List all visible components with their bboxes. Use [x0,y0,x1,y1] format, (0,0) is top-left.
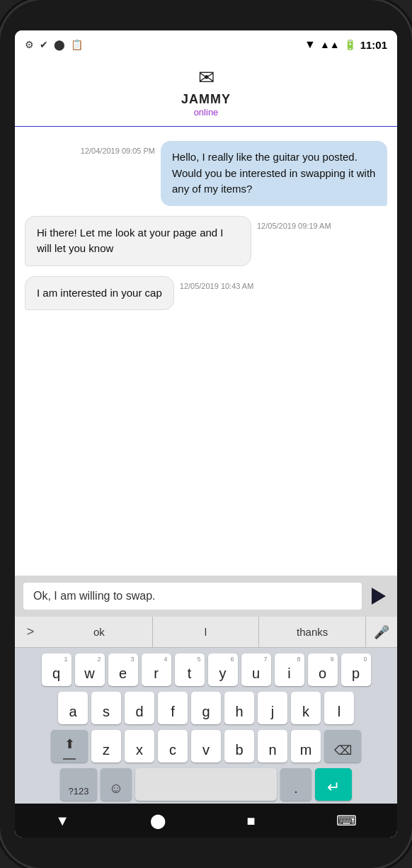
key-w[interactable]: 2w [75,653,105,686]
keyboard-row-4: ?123 ☺ . ↵ [18,768,394,801]
shift-underline [63,758,76,760]
key-j[interactable]: j [258,692,287,724]
message-input[interactable] [23,583,362,610]
key-p[interactable]: 0p [341,653,371,686]
message-bubble-incoming-2: I am interested in your cap [25,276,174,311]
suggestion-thanks[interactable]: thanks [259,617,366,647]
key-a[interactable]: a [58,692,88,724]
message-timestamp: 12/04/2019 09:05 PM [81,147,155,155]
back-nav-icon[interactable]: ▼ [55,813,69,829]
key-x[interactable]: x [125,730,154,763]
messages-area: 12/04/2019 09:05 PM Hello, I really like… [15,127,397,576]
key-l[interactable]: l [324,692,354,724]
key-f[interactable]: f [158,692,188,724]
mail-icon: ✉ [198,66,214,89]
key-z[interactable]: z [91,730,121,763]
keyboard: > ok l thanks 🎤 1q 2w 3e [15,617,397,804]
keyboard-row-1: 1q 2w 3e 4r 5t 6y 7u 8i 9o 0p [18,653,394,686]
battery-icon: 🔋 [344,39,356,50]
backspace-key[interactable]: ⌫ [324,730,361,763]
signal-icon: ▲▲ [320,39,340,50]
keyboard-nav-icon[interactable]: ⌨ [336,812,357,829]
period-key[interactable]: . [280,768,311,801]
emoji-key[interactable]: ☺ [101,768,132,801]
circle-icon: ⬤ [54,39,65,50]
key-s[interactable]: s [91,692,121,724]
keyboard-suggestions: > ok l thanks 🎤 [15,617,397,648]
settings-icon: ⚙ [25,39,34,50]
message-row: Hi there! Let me look at your page and I… [25,216,387,266]
key-m[interactable]: m [291,730,321,763]
status-bar: ⚙ ✔ ⬤ 📋 ▼ ▲▲ 🔋 11:01 [15,30,397,59]
shift-key[interactable]: ⬆ [51,730,88,763]
key-d[interactable]: d [125,692,154,724]
suggestion-ok[interactable]: ok [46,617,153,647]
chat-header: ✉ JAMMY online [15,59,397,127]
home-nav-icon[interactable]: ⬤ [150,812,166,829]
clock: 11:01 [360,39,387,51]
key-o[interactable]: 9o [308,653,338,686]
check-icon: ✔ [40,39,48,50]
send-button[interactable] [369,585,389,607]
message-bubble-incoming: Hi there! Let me look at your page and I… [25,216,251,266]
key-y[interactable]: 6y [208,653,238,686]
key-q[interactable]: 1q [42,653,71,686]
key-h[interactable]: h [224,692,254,724]
message-bubble-outgoing: Hello, I really like the guitar you post… [161,141,387,206]
contact-status: online [194,107,219,118]
space-key[interactable] [135,768,277,801]
key-c[interactable]: c [158,730,188,763]
mic-icon[interactable]: 🎤 [366,624,397,640]
key-e[interactable]: 3e [108,653,138,686]
key-u[interactable]: 7u [241,653,271,686]
key-t[interactable]: 5t [175,653,205,686]
key-b[interactable]: b [224,730,254,763]
wifi-icon: ▼ [304,38,316,51]
key-n[interactable]: n [258,730,287,763]
keyboard-row-3: ⬆ z x c v b n m ⌫ [18,730,394,763]
status-left-icons: ⚙ ✔ ⬤ 📋 [25,39,83,50]
send-arrow-icon [372,588,386,605]
nav-bar: ▼ ⬤ ■ ⌨ [15,804,397,838]
keyboard-expand-icon[interactable]: > [15,624,46,639]
clipboard-icon: 📋 [71,39,83,50]
shift-icon: ⬆ [64,736,75,752]
key-v[interactable]: v [191,730,221,763]
key-r[interactable]: 4r [142,653,171,686]
status-right-icons: ▼ ▲▲ 🔋 11:01 [304,38,387,51]
keyboard-row-2: a s d f g h j k l [18,692,394,724]
recent-nav-icon[interactable]: ■ [246,813,255,829]
message-timestamp: 12/05/2019 09:19 AM [257,222,331,230]
key-g[interactable]: g [191,692,221,724]
suggestion-l[interactable]: l [153,617,260,647]
input-area [15,576,397,617]
symbol-key[interactable]: ?123 [60,768,97,801]
phone-shell: ⚙ ✔ ⬤ 📋 ▼ ▲▲ 🔋 11:01 ✉ JAMMY online 12/0… [0,0,412,868]
phone-screen: ⚙ ✔ ⬤ 📋 ▼ ▲▲ 🔋 11:01 ✉ JAMMY online 12/0… [15,30,397,838]
contact-name: JAMMY [181,92,231,107]
enter-key[interactable]: ↵ [315,768,352,801]
key-i[interactable]: 8i [275,653,304,686]
message-row: I am interested in your cap 12/05/2019 1… [25,276,387,311]
message-row: 12/04/2019 09:05 PM Hello, I really like… [25,141,387,206]
message-timestamp-2: 12/05/2019 10:43 AM [180,282,254,290]
keyboard-rows: 1q 2w 3e 4r 5t 6y 7u 8i 9o 0p a s d f [15,648,397,804]
key-k[interactable]: k [291,692,321,724]
